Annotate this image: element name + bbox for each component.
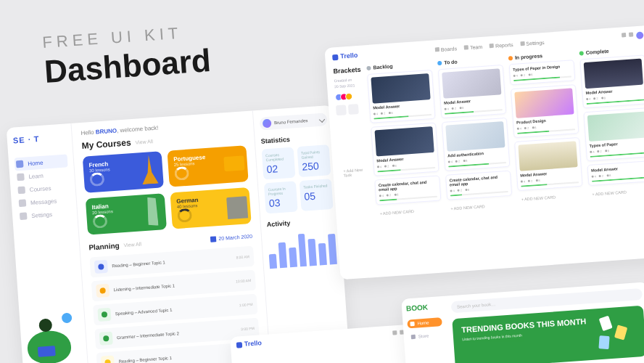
activity-chart xyxy=(268,228,337,269)
kanban-card[interactable]: Model Answer428 xyxy=(514,137,583,191)
card-image xyxy=(442,68,501,98)
add-card-button[interactable]: ADD NEW CARD xyxy=(518,190,584,205)
stat-card: Total Points Gained250 xyxy=(297,144,331,177)
card-image xyxy=(518,141,577,171)
column-to-do: To doModel Answer428Add authentication42… xyxy=(437,56,513,214)
progress-ring xyxy=(89,172,104,187)
trello-nav-boards[interactable]: Boards xyxy=(435,46,458,52)
planning-viewall-link[interactable]: View All xyxy=(123,242,141,248)
trending-banner[interactable]: TRENDING BOOKS THIS MONTH Listen to tren… xyxy=(452,306,644,363)
trello-nav-team[interactable]: Team xyxy=(464,44,483,50)
column-header: Complete xyxy=(579,46,644,55)
activity-bar xyxy=(289,247,297,267)
trello-nav-settings[interactable]: Settings xyxy=(520,39,545,46)
nav-icon xyxy=(17,174,25,182)
activity-bar xyxy=(278,242,287,269)
mycourses-viewall-link[interactable]: View All xyxy=(135,139,153,145)
nav-icon xyxy=(520,41,524,46)
search-icon[interactable] xyxy=(622,33,626,37)
board-title: Brackets xyxy=(333,66,361,76)
book-nav-home[interactable]: Home xyxy=(407,317,442,328)
board-action-button[interactable] xyxy=(336,105,347,115)
nav-icon xyxy=(410,322,414,326)
kanban-card[interactable]: Model Answer428 xyxy=(438,65,507,118)
nav-icon xyxy=(464,45,468,49)
plan-badge xyxy=(96,284,110,298)
book-nav-store[interactable]: Store xyxy=(408,330,443,341)
trello-logo[interactable]: Trello xyxy=(236,339,263,348)
column-header: Backlog xyxy=(366,61,432,70)
activity-bar xyxy=(318,243,327,266)
planning-date-picker[interactable]: 20 March 2020 xyxy=(210,233,252,242)
course-card-portuguese[interactable]: Portuguese25 lessons xyxy=(167,145,248,187)
planning-title: Planning xyxy=(88,242,120,252)
avatar[interactable] xyxy=(636,31,644,39)
kanban-card[interactable]: Model Answer428 xyxy=(579,54,644,108)
trello-logo[interactable]: Trello xyxy=(332,52,358,60)
stat-card: Courses Completed02 xyxy=(262,147,296,180)
bus-icon xyxy=(223,155,244,171)
card-image xyxy=(375,126,434,156)
card-image xyxy=(445,121,505,151)
column-backlog: BacklogModel Answer428Model Answer428Cre… xyxy=(366,61,442,219)
kanban-card[interactable]: Create calendar, chat and email app428 xyxy=(374,175,441,205)
calendar-icon xyxy=(210,236,217,242)
kanban-card[interactable]: Model Answer428 xyxy=(587,160,644,186)
statistics-title: Statistics xyxy=(260,133,328,144)
nav-icon xyxy=(17,187,25,195)
book-logo[interactable]: BOOK xyxy=(406,302,442,312)
column-in-progress: In progressTypes of Paper in Design428Pr… xyxy=(508,51,585,209)
add-card-button[interactable]: ADD NEW CARD xyxy=(589,185,644,200)
kanban-card[interactable]: Types of Paper428 xyxy=(583,107,644,161)
kanban-card[interactable]: Model Answer428 xyxy=(367,70,436,123)
add-card-button[interactable]: ADD NEW CARD xyxy=(447,200,513,214)
kanban-card[interactable]: Add authentication428 xyxy=(442,118,511,171)
nav-icon xyxy=(411,335,416,339)
status-dot-icon xyxy=(579,51,584,55)
chevron-down-icon xyxy=(319,116,325,122)
course-card-italian[interactable]: Italian20 lessons xyxy=(86,193,167,234)
add-card-button[interactable]: ADD NEW CARD xyxy=(376,204,442,219)
mycourses-title: My Courses xyxy=(81,137,131,151)
kanban-card[interactable]: Types of Paper in Design428 xyxy=(509,60,576,85)
kanban-card[interactable]: Model Answer428 xyxy=(371,123,439,176)
stat-card: Courses In Progress03 xyxy=(264,181,298,213)
stat-card: Tasks Finished05 xyxy=(300,179,334,211)
status-dot-icon xyxy=(437,60,442,65)
courses-dashboard-panel: SE · T HomeLearnCoursesMessagesSettings … xyxy=(7,105,350,363)
activity-bar xyxy=(328,233,337,264)
nav-icon xyxy=(435,47,439,52)
board-members[interactable] xyxy=(335,92,363,102)
add-task-button[interactable]: Add New Task xyxy=(340,164,368,181)
user-name: Bruno Fernandes xyxy=(274,118,308,125)
progress-ring xyxy=(92,214,107,229)
avatar xyxy=(263,119,272,129)
activity-bar xyxy=(297,234,307,267)
hero-text: FREE UI KIT Dashboard xyxy=(42,22,212,90)
progress-ring xyxy=(177,208,192,223)
kanban-card[interactable]: Create calendar, chat and email app428 xyxy=(445,171,512,200)
status-dot-icon xyxy=(366,65,371,70)
trello-board-panel: Trello BoardsTeamReportsSettings Bracket… xyxy=(324,25,644,280)
book-store-panel: BOOK HomeStore Search your book… TRENDIN… xyxy=(401,282,644,363)
activity-bar xyxy=(269,254,277,269)
board-action-button[interactable] xyxy=(348,104,359,115)
course-card-german[interactable]: German40 lessons xyxy=(170,187,251,229)
gate-icon xyxy=(226,196,248,219)
nav-icon xyxy=(20,212,28,220)
plan-badge xyxy=(99,332,113,346)
courses-brand-logo[interactable]: SE · T xyxy=(13,132,67,144)
board-info: Brackets Created on 20 Sep 2021 Add New … xyxy=(333,66,371,221)
trello-nav-reports[interactable]: Reports xyxy=(490,41,513,48)
card-image xyxy=(587,111,644,141)
search-icon[interactable] xyxy=(392,330,397,335)
card-image xyxy=(371,73,430,103)
nav-icon xyxy=(19,199,27,207)
column-header: To do xyxy=(437,56,503,65)
activity-bar xyxy=(308,238,317,266)
bell-icon[interactable] xyxy=(629,32,633,36)
kanban-card[interactable]: Product Design428 xyxy=(511,84,579,138)
user-menu[interactable]: Bruno Fernandes xyxy=(260,113,328,130)
sidebar-item-settings[interactable]: Settings xyxy=(18,206,72,223)
course-card-french[interactable]: French30 lessons xyxy=(83,151,164,192)
